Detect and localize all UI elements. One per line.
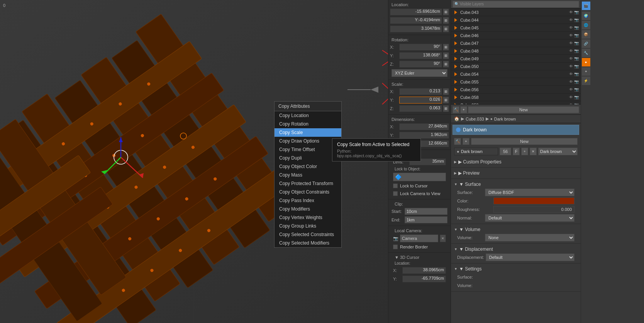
rotation-z-copy[interactable]: ⊞ (443, 61, 449, 68)
rotation-y-input[interactable]: 138.068° (399, 52, 442, 59)
outliner-row[interactable]: Cube.058 👁 📷 (451, 94, 581, 101)
props-tab-world[interactable]: 🌐 (582, 21, 590, 29)
menu-item-copy-dupli[interactable]: Copy Dupli (275, 154, 341, 162)
menu-item-copy-selected-modifiers[interactable]: Copy Selected Modifiers (275, 239, 341, 247)
roughness-input[interactable]: 0.000 (493, 206, 575, 213)
menu-item-copy-location[interactable]: Copy Location (275, 111, 341, 120)
location-x-input[interactable]: -15.69618cm (390, 8, 442, 15)
volume-header[interactable]: ▼ ▼ Volume (451, 226, 581, 233)
menu-item-copy-vertex-weights[interactable]: Copy Vertex Weights (275, 213, 341, 222)
menu-item-copy-group-links[interactable]: Copy Group Links (275, 222, 341, 230)
settings-header[interactable]: ▼ ▼ Settings (451, 265, 581, 273)
props-tab-render[interactable]: 🎬 (582, 2, 590, 10)
eye-icon[interactable]: 👁 (568, 87, 574, 92)
render-icon[interactable]: 📷 (574, 80, 579, 84)
render-icon[interactable]: 📷 (574, 33, 579, 37)
scale-z-copy[interactable]: ⊞ (443, 105, 449, 112)
clip-end-input[interactable]: 1km (405, 216, 447, 223)
menu-item-copy-object-constraints[interactable]: Copy Object Constraints (275, 188, 341, 196)
eye-icon[interactable]: 👁 (568, 80, 574, 84)
menu-item-copy-pass-index[interactable]: Copy Pass Index (275, 196, 341, 205)
menu-item-copy-modifiers[interactable]: Copy Modifiers (275, 205, 341, 213)
menu-item-copy-time-offset[interactable]: Copy Time Offset (275, 145, 341, 154)
mat-new-btn[interactable]: New (471, 138, 578, 145)
render-icon[interactable]: 📷 (574, 56, 579, 61)
menu-item-copy-rotation[interactable]: Copy Rotation (275, 120, 341, 128)
outliner-row[interactable]: Cube.050 👁 📷 (451, 63, 581, 70)
props-tab-object[interactable]: 📦 (582, 30, 590, 39)
props-new-btn[interactable]: New (468, 106, 579, 113)
scale-y-copy[interactable]: ⊞ (443, 97, 449, 104)
scale-x-copy[interactable]: ⊞ (443, 88, 449, 95)
material-data-select[interactable]: Dark brown (538, 148, 578, 155)
lock-object-input[interactable]: 🔷 (393, 173, 446, 181)
material-f-btn[interactable]: F (513, 148, 520, 155)
outliner-row[interactable]: Cube.048 👁 📷 (451, 47, 581, 55)
outliner-row[interactable]: Cube.044 👁 📷 (451, 16, 581, 24)
dim-y-input[interactable]: 1.962cm (399, 132, 449, 139)
menu-item-copy-mass[interactable]: Copy Mass (275, 171, 341, 179)
render-icon[interactable]: 📷 (574, 95, 579, 99)
props-tool-1[interactable]: 🔨 (452, 106, 459, 113)
render-icon[interactable]: 📷 (574, 26, 579, 30)
volume-type-select[interactable]: None (485, 234, 575, 241)
cursor-header[interactable]: ▼ 3D Cursor (391, 254, 447, 260)
render-icon[interactable]: 📷 (574, 64, 579, 68)
surface-header[interactable]: ▼ ▼ Surface (451, 180, 581, 188)
eye-icon[interactable]: 👁 (568, 10, 574, 14)
render-icon[interactable]: 📷 (574, 10, 579, 14)
displacement-select[interactable]: Default (486, 253, 575, 261)
cursor-y-input[interactable]: -65.7709cm (402, 275, 446, 282)
breadcrumb-obj[interactable]: Cube.033 (466, 117, 484, 121)
menu-item-copy-object-color[interactable]: Copy Object Color (275, 162, 341, 171)
displacement-header[interactable]: ▼ ▼ Displacement (451, 245, 581, 253)
clip-start-input[interactable]: 10cm (405, 208, 447, 215)
camera-close-btn[interactable]: ✕ (440, 235, 446, 242)
outliner-row[interactable]: Cube.049 👁 📷 (451, 55, 581, 63)
outliner-row[interactable]: Cube.055 👁 📷 (451, 78, 581, 86)
material-name-bar[interactable]: Dark brown (452, 125, 579, 135)
rotation-x-copy[interactable]: ⊞ (443, 44, 449, 51)
outliner-row[interactable]: Cube.043 👁 📷 (451, 8, 581, 16)
rotation-mode-select[interactable]: XYZ Euler (391, 69, 447, 77)
eye-icon[interactable]: 👁 (568, 33, 574, 37)
props-tab-modifiers[interactable]: 🔧 (582, 49, 590, 57)
menu-item-copy-selected-constraints[interactable]: Copy Selected Constraints (275, 230, 341, 239)
custom-props-header[interactable]: ▶ ▶ Custom Properties (451, 158, 581, 166)
scale-z-input[interactable]: 0.063 (399, 105, 442, 112)
rotation-z-input[interactable]: 90° (399, 61, 442, 68)
render-icon[interactable]: 📷 (574, 49, 579, 53)
outliner-row[interactable]: Cube.054 👁 📷 (451, 70, 581, 78)
scale-x-input[interactable]: 0.213 (399, 88, 442, 95)
eye-icon[interactable]: 👁 (568, 26, 574, 30)
props-tab-scene[interactable]: 🌍 (582, 12, 590, 20)
eye-icon[interactable]: 👁 (568, 41, 574, 45)
rotation-y-copy[interactable]: ⊞ (443, 52, 449, 59)
material-num[interactable]: 56 (500, 148, 511, 155)
material-x-btn[interactable]: ✕ (530, 148, 537, 155)
scale-y-input[interactable]: 0.026 (399, 97, 442, 104)
eye-icon[interactable]: 👁 (568, 64, 574, 68)
dim-x-input[interactable]: 27.848cm (399, 123, 449, 130)
eye-icon[interactable]: 👁 (568, 18, 574, 22)
rotation-x-input[interactable]: 90° (399, 44, 442, 51)
surface-type-select[interactable]: Diffuse BSDF (485, 189, 575, 196)
props-tool-2[interactable]: + (460, 106, 467, 113)
mat-field-icon[interactable]: 🔨 (454, 138, 461, 145)
eye-icon[interactable]: 👁 (568, 95, 574, 99)
outliner-row[interactable]: Cube.047 👁 📷 (451, 39, 581, 47)
render-border-checkbox[interactable] (393, 245, 398, 249)
eye-icon[interactable]: 👁 (568, 72, 574, 76)
location-z-input[interactable]: 3.10478m (390, 26, 442, 32)
menu-item-copy-protected-transform[interactable]: Copy Protected Transform (275, 179, 341, 188)
props-tab-material[interactable]: ● (582, 58, 590, 66)
normal-select[interactable]: Default (485, 214, 575, 222)
render-icon[interactable]: 📷 (574, 18, 579, 22)
mat-plus-btn[interactable]: + (463, 138, 469, 145)
cursor-x-input[interactable]: 38.0965cm (402, 267, 446, 274)
props-tab-physics[interactable]: ⚡ (582, 76, 590, 85)
lock-camera-checkbox[interactable] (393, 191, 398, 196)
outliner-row[interactable]: Cube.045 👁 📷 (451, 24, 581, 32)
outliner-row[interactable]: Cube.059 👁 📷 (451, 101, 581, 104)
eye-icon[interactable]: 👁 (568, 49, 574, 53)
